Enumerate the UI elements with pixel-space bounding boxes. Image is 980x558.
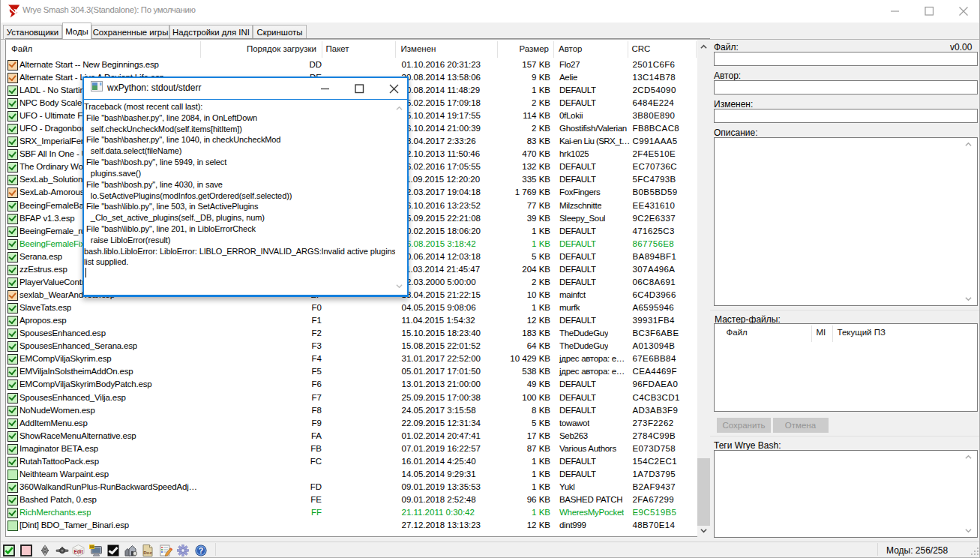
svg-text:99: 99: [90, 544, 94, 549]
svg-text:?: ?: [198, 546, 202, 555]
svg-text:Edit: Edit: [73, 549, 83, 554]
svg-text:Doc: Doc: [143, 550, 152, 555]
